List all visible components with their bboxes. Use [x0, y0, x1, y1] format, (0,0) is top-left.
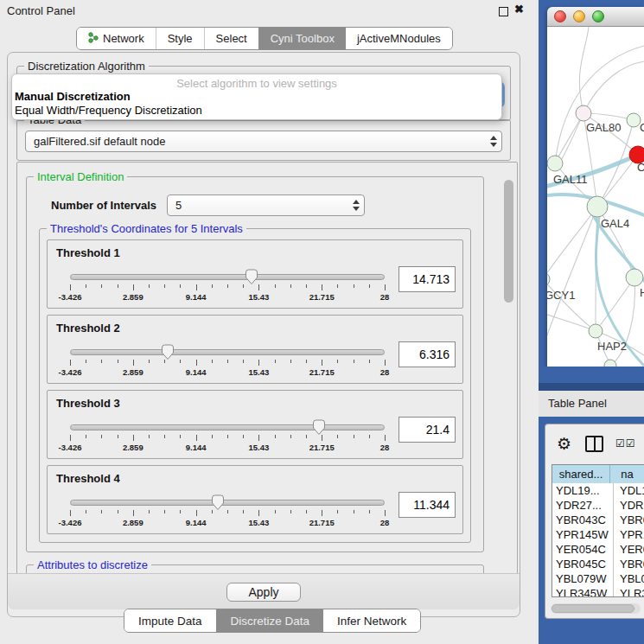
- main-scrollbar[interactable]: [503, 166, 515, 571]
- table-horizontal-scrollbar[interactable]: [551, 603, 641, 614]
- apply-button[interactable]: Apply: [226, 583, 300, 602]
- cell-shared-name: YER054C: [552, 542, 614, 557]
- slider-track[interactable]: [70, 500, 385, 506]
- slider-tick-labels: -3.4262.8599.14415.4321.71528: [70, 367, 385, 378]
- column-header-name[interactable]: na: [610, 465, 644, 483]
- settings-scroll-viewport: Interval Definition Number of Intervals …: [16, 162, 518, 575]
- network-node[interactable]: [604, 360, 616, 367]
- threshold-label: Threshold 2: [56, 322, 456, 335]
- slider-track[interactable]: [70, 274, 385, 280]
- table-row[interactable]: YER054CYER0: [552, 542, 644, 557]
- threshold-panel-1: Threshold 1-3.4262.8599.14415.4321.71528…: [47, 239, 463, 309]
- node-label: HAP2: [597, 340, 627, 353]
- popup-option-manual[interactable]: Manual Discretization: [12, 90, 501, 104]
- threshold-value-field[interactable]: 6.316: [399, 341, 456, 367]
- gear-icon[interactable]: ⚙: [557, 436, 571, 452]
- slider-thumb-icon[interactable]: [245, 269, 258, 285]
- table-row[interactable]: YBL079WYBL0: [552, 571, 644, 586]
- network-node-h[interactable]: [626, 269, 643, 286]
- slider-thumb-icon[interactable]: [161, 344, 175, 360]
- close-traffic-light-icon[interactable]: [554, 10, 566, 22]
- threshold-label: Threshold 4: [56, 472, 456, 485]
- network-node-gal80[interactable]: [576, 105, 591, 121]
- network-node-gal11[interactable]: [547, 156, 563, 171]
- threshold-value-field[interactable]: 21.4: [399, 417, 456, 443]
- node-table[interactable]: shared...naYDL19...YDL1YDR27...YDR2YBR04…: [552, 464, 644, 597]
- network-window-titlebar: [547, 7, 644, 27]
- control-panel-titlebar: Control Panel ✖: [0, 0, 539, 22]
- cell-shared-name: YDL19...: [552, 483, 614, 498]
- slider-thumb-icon[interactable]: [211, 494, 225, 511]
- slider-track[interactable]: [70, 349, 385, 355]
- threshold-value-field[interactable]: 14.713: [399, 266, 456, 292]
- tab-style[interactable]: Style: [156, 28, 204, 49]
- select-columns-icons[interactable]: ☑☑: [615, 437, 636, 450]
- threshold-slider[interactable]: -3.4262.8599.14415.4321.71528: [70, 270, 385, 306]
- tab-select[interactable]: Select: [204, 28, 258, 49]
- tab-impute-data[interactable]: Impute Data: [124, 609, 216, 632]
- control-panel-tabs: NetworkStyleSelectCyni ToolboxjActiveMNo…: [76, 27, 453, 50]
- node-label: GAL4: [601, 217, 629, 230]
- close-icon[interactable]: ✖: [514, 3, 524, 16]
- threshold-value-field[interactable]: 11.344: [399, 492, 456, 518]
- threshold-panel-3: Threshold 3-3.4262.8599.14415.4321.71528…: [47, 390, 463, 459]
- group-title: Discretization Algorithm: [24, 60, 149, 73]
- cell-shared-name: YBL079W: [552, 571, 614, 586]
- cyni-bottom-tabs: Impute DataDiscretize DataInfer Network: [124, 609, 421, 633]
- combo-stepper-icon: [488, 134, 498, 149]
- slider-ticks: [70, 510, 385, 517]
- cell-name: YPR1: [614, 527, 644, 542]
- slider-ticks: [70, 360, 385, 367]
- tab-cyni-toolbox[interactable]: Cyni Toolbox: [258, 28, 346, 49]
- table-header-row: shared...na: [552, 465, 644, 483]
- table-row[interactable]: YBR043CYBR0: [552, 513, 644, 527]
- desktop-strip: [539, 367, 644, 391]
- threshold-slider[interactable]: -3.4262.8599.14415.4321.71528: [70, 420, 385, 456]
- table-row[interactable]: YLR345WYLR3: [552, 586, 644, 597]
- table-row[interactable]: YDR27...YDR2: [552, 498, 644, 513]
- popup-option-equal-width[interactable]: Equal Width/Frequency Discretization: [12, 104, 501, 118]
- network-node-hap2[interactable]: [589, 324, 603, 338]
- tab-label: Discretize Data: [231, 615, 310, 628]
- network-node-ga[interactable]: [627, 113, 641, 127]
- slider-tick-labels: -3.4262.8599.14415.4321.71528: [70, 292, 385, 303]
- footer-bar: Apply: [8, 573, 520, 609]
- tab-label: Network: [103, 32, 144, 45]
- column-layout-icon[interactable]: [585, 436, 603, 452]
- node-label: GCY1: [547, 289, 575, 302]
- table-row[interactable]: YPR145WYPR1: [552, 527, 644, 542]
- network-canvas[interactable]: GAL80GACGAL11GAL4GCY1HHAP2: [547, 27, 644, 367]
- table-data-combobox[interactable]: galFiltered.sif default node: [25, 131, 502, 152]
- minimize-traffic-light-icon[interactable]: [573, 10, 585, 22]
- slider-track[interactable]: [70, 424, 385, 430]
- table-row[interactable]: YDL19...YDL1: [552, 483, 644, 498]
- cell-name: YBR0: [614, 557, 644, 571]
- network-node-gcy1[interactable]: [547, 272, 550, 286]
- thresholds-group: Threshold's Coordinates for 5 Intervals …: [39, 228, 471, 543]
- threshold-label: Threshold 1: [56, 246, 456, 259]
- tab-discretize-data[interactable]: Discretize Data: [216, 609, 324, 632]
- cell-name: YER0: [614, 542, 644, 557]
- threshold-slider[interactable]: -3.4262.8599.14415.4321.71528: [70, 345, 385, 381]
- number-of-intervals-combobox[interactable]: 5: [167, 194, 365, 216]
- slider-thumb-icon[interactable]: [312, 419, 326, 436]
- tab-jactivemnodules[interactable]: jActiveMNodules: [346, 28, 452, 49]
- network-node-gal4[interactable]: [587, 196, 608, 217]
- tab-infer-network[interactable]: Infer Network: [323, 609, 420, 632]
- network-icon: [88, 32, 99, 46]
- cell-shared-name: YDR27...: [552, 498, 614, 513]
- slider-tick-labels: -3.4262.8599.14415.4321.71528: [70, 443, 385, 453]
- cell-name: YDL1: [614, 483, 644, 498]
- desktop: Control Panel ✖ NetworkStyleSelectCyni T…: [0, 0, 644, 644]
- cell-shared-name: YPR145W: [552, 527, 614, 542]
- zoom-traffic-light-icon[interactable]: [592, 10, 604, 22]
- column-header-shared-name[interactable]: shared...: [552, 465, 610, 483]
- tab-network[interactable]: Network: [77, 28, 156, 49]
- node-label: GAL11: [553, 173, 588, 186]
- threshold-slider[interactable]: -3.4262.8599.14415.4321.71528: [70, 495, 385, 532]
- cell-shared-name: YBR045C: [552, 557, 614, 571]
- cell-name: YLR3: [614, 586, 644, 597]
- float-window-icon[interactable]: [499, 7, 508, 16]
- cell-name: YBL0: [614, 571, 644, 586]
- table-row[interactable]: YBR045CYBR0: [552, 557, 644, 571]
